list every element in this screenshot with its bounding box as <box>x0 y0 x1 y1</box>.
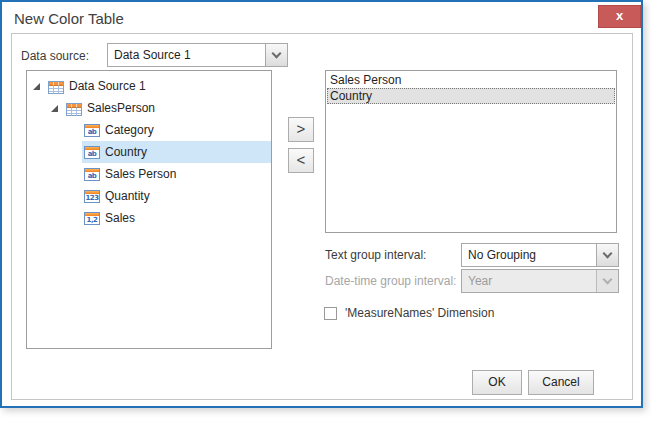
field-icon-text: ab <box>85 172 99 180</box>
tree-row-content: 123Quantity <box>82 185 271 207</box>
chevron-down-icon <box>603 275 613 285</box>
tree-row-category[interactable]: abCategory <box>27 119 271 141</box>
arrow-left-icon: < <box>297 151 306 168</box>
field-icon-text: ab <box>85 150 99 158</box>
text-field-icon: ab <box>84 168 100 181</box>
cancel-button[interactable]: Cancel <box>528 370 594 395</box>
tree-row-label: Sales Person <box>105 167 176 181</box>
tree-row-salesperson[interactable]: SalesPerson <box>27 97 271 119</box>
text-group-dropdown-button[interactable] <box>596 244 618 266</box>
measure-names-checkbox-label: 'MeasureNames' Dimension <box>345 306 494 321</box>
field-icon-text: 1,2 <box>85 216 99 224</box>
list-item-sales-person[interactable]: Sales Person <box>327 72 615 88</box>
tree-row-content: abCountry <box>82 141 271 163</box>
datetime-group-interval-label: Date-time group interval: <box>325 269 456 293</box>
datetime-group-interval-value: Year <box>462 270 596 292</box>
expander-slot <box>51 105 64 112</box>
tree-row-label: Data Source 1 <box>69 79 146 93</box>
text-field-icon: ab <box>84 146 100 159</box>
data-source-value: Data Source 1 <box>108 44 265 66</box>
tree-row-sales[interactable]: 1,2Sales <box>27 207 271 229</box>
text-group-interval-value: No Grouping <box>462 244 596 266</box>
table-icon <box>48 80 64 93</box>
dialog-title: New Color Table <box>14 10 124 27</box>
data-source-dropdown-button[interactable] <box>265 44 287 66</box>
tree-row-label: Quantity <box>105 189 150 203</box>
data-source-combobox[interactable]: Data Source 1 <box>107 43 288 67</box>
measure-names-checkbox[interactable] <box>324 307 337 320</box>
add-field-button[interactable]: > <box>288 117 314 142</box>
screenshot-stage: New Color Table x Data source: Data Sour… <box>0 0 651 426</box>
chevron-down-icon <box>603 249 613 259</box>
field-tree: Data Source 1SalesPersonabCategoryabCoun… <box>26 70 272 349</box>
tree-row-content: SalesPerson <box>64 97 271 119</box>
tree-row-content: abSales Person <box>82 163 271 185</box>
tree-row-content: Data Source 1 <box>46 75 271 97</box>
tree-row-sales-person[interactable]: abSales Person <box>27 163 271 185</box>
field-icon-text: 123 <box>85 194 99 202</box>
chevron-down-icon <box>272 49 282 59</box>
expander-expanded-icon[interactable] <box>51 105 58 112</box>
tree-row-country[interactable]: abCountry <box>27 141 271 163</box>
tree-row-label: Sales <box>105 211 135 225</box>
text-field-icon: ab <box>84 124 100 137</box>
text-group-interval-label: Text group interval: <box>325 243 426 267</box>
tree-row-content: 1,2Sales <box>82 207 271 229</box>
remove-field-button[interactable]: < <box>288 148 314 173</box>
integer-field-icon: 123 <box>84 190 100 203</box>
decimal-field-icon: 1,2 <box>84 212 100 225</box>
close-button[interactable]: x <box>598 5 641 28</box>
new-color-table-dialog: New Color Table x Data source: Data Sour… <box>0 0 643 408</box>
tree-row-content: abCategory <box>82 119 271 141</box>
tree-row-label: Category <box>105 123 154 137</box>
close-icon: x <box>616 9 623 22</box>
tree-row-quantity[interactable]: 123Quantity <box>27 185 271 207</box>
arrow-right-icon: > <box>297 120 306 137</box>
list-item-country[interactable]: Country <box>327 88 615 104</box>
field-icon-text: ab <box>85 128 99 136</box>
dialog-content-panel: Data source: Data Source 1 Data Source 1… <box>11 33 633 400</box>
datetime-group-dropdown-button <box>596 270 618 292</box>
expander-slot <box>33 83 46 90</box>
ok-button[interactable]: OK <box>472 370 522 395</box>
datetime-group-interval-combobox: Year <box>461 269 619 293</box>
selected-fields-list: Sales PersonCountry <box>325 70 617 233</box>
tree-row-label: Country <box>105 145 147 159</box>
tree-row-data-source-1[interactable]: Data Source 1 <box>27 75 271 97</box>
expander-expanded-icon[interactable] <box>33 83 40 90</box>
text-group-interval-combobox[interactable]: No Grouping <box>461 243 619 267</box>
data-source-label: Data source: <box>21 44 89 68</box>
tree-row-label: SalesPerson <box>87 101 155 115</box>
table-icon <box>66 102 82 115</box>
